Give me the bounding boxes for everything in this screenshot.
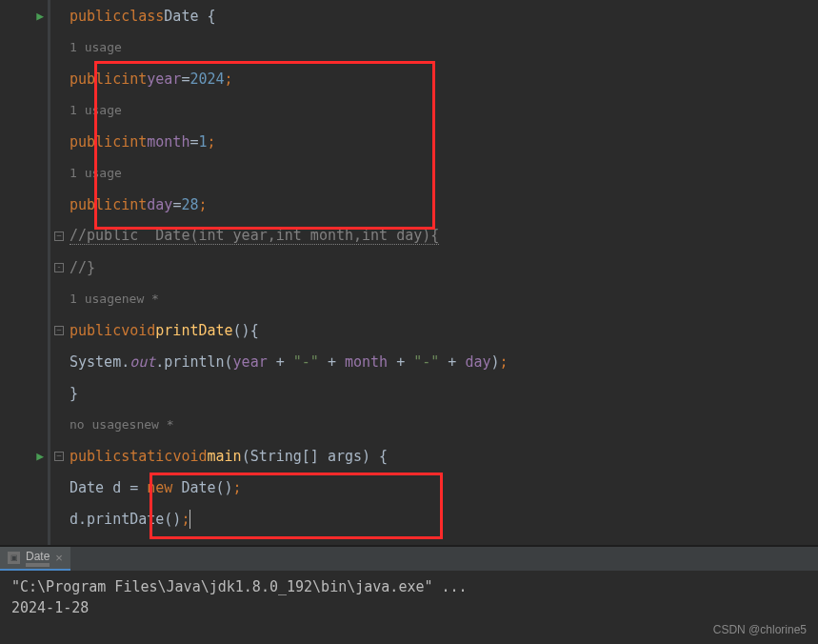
console-tab-label: Date (26, 550, 50, 567)
usage-hint[interactable]: no usages new * (70, 409, 818, 440)
fold-expand-icon[interactable]: - (54, 263, 64, 272)
usage-hint[interactable]: 1 usage (70, 157, 818, 189)
code-line[interactable]: Date d = new Date(); (70, 472, 818, 503)
code-line[interactable]: } (70, 377, 818, 409)
usage-hint[interactable]: 1 usage new * (70, 283, 818, 314)
fold-gutter: − - − − (50, 0, 68, 545)
code-line[interactable]: //} (70, 252, 818, 283)
code-line[interactable]: public class Date { (70, 0, 818, 31)
code-editor[interactable]: ▶ ▶ − - − − (0, 0, 818, 545)
code-line[interactable]: public void printDate(){ (70, 314, 818, 346)
fold-collapse-icon[interactable]: − (54, 452, 64, 461)
code-line[interactable]: public int year=2024; (70, 63, 818, 94)
text-caret (190, 510, 190, 529)
code-content[interactable]: public class Date { 1 usage public int y… (68, 0, 818, 545)
console-tab-icon: ▣ (8, 552, 20, 564)
code-line[interactable]: //public Date(int year,int month,int day… (70, 220, 818, 252)
usage-hint[interactable]: 1 usage (70, 31, 818, 63)
code-line[interactable]: public int day=28; (70, 189, 818, 220)
usage-hint[interactable]: 1 usage (70, 94, 818, 126)
run-icon[interactable]: ▶ (36, 449, 44, 463)
close-icon[interactable]: × (55, 551, 63, 565)
code-line[interactable]: public int month=1; (70, 126, 818, 157)
gutter: ▶ ▶ (0, 0, 48, 545)
console-tab-date[interactable]: ▣ Date × (0, 547, 70, 571)
console-line: 2024-1-28 (11, 597, 807, 618)
console-panel: ▣ Date × "C:\Program Files\Java\jdk1.8.0… (0, 545, 818, 644)
fold-collapse-icon[interactable]: − (54, 231, 64, 241)
code-line[interactable]: d.printDate(); (70, 503, 818, 534)
console-line: "C:\Program Files\Java\jdk1.8.0_192\bin\… (11, 576, 807, 597)
code-line[interactable]: public static void main(String[] args) { (70, 440, 818, 472)
run-icon[interactable]: ▶ (36, 9, 44, 23)
watermark: CSDN @chlorine5 (713, 623, 807, 636)
console-tabbar: ▣ Date × (0, 546, 818, 571)
code-line[interactable]: System.out.println(year + "-" + month + … (70, 346, 818, 377)
console-output[interactable]: "C:\Program Files\Java\jdk1.8.0_192\bin\… (0, 571, 818, 624)
fold-collapse-icon[interactable]: − (54, 326, 64, 335)
scrollbar[interactable] (807, 0, 818, 545)
